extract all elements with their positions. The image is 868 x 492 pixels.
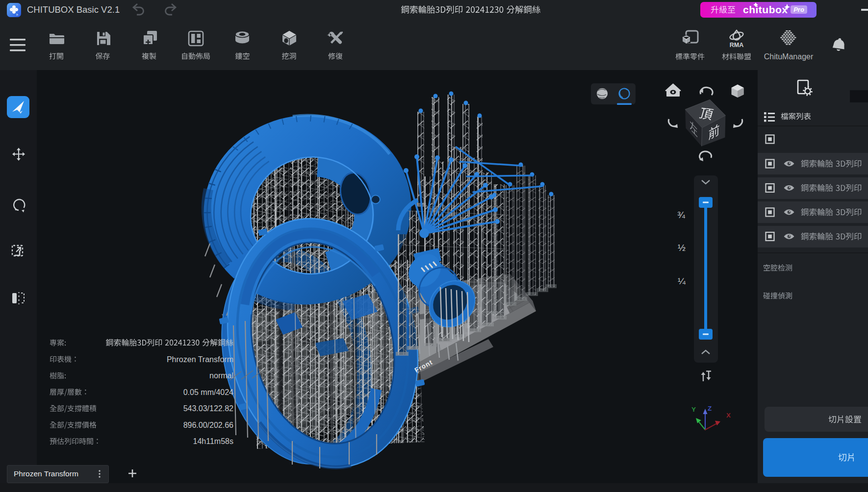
svg-text:Phrozen Transform: Phrozen Transform — [167, 355, 233, 364]
svg-text:ChituManager: ChituManager — [764, 52, 814, 61]
svg-text:¼: ¼ — [678, 276, 686, 286]
svg-text:½: ½ — [678, 243, 686, 253]
svg-text:normal: normal — [209, 371, 233, 380]
svg-text:896.00/202.66: 896.00/202.66 — [183, 421, 233, 429]
svg-text:543.03/122.82: 543.03/122.82 — [183, 404, 233, 413]
svg-text:RMA: RMA — [730, 42, 743, 49]
svg-text:X: X — [726, 412, 731, 419]
svg-text:chitubox: chitubox — [743, 4, 788, 15]
svg-text:14h11m58s: 14h11m58s — [193, 437, 233, 445]
svg-text:¾: ¾ — [677, 210, 686, 220]
svg-text:Phrozen Transform: Phrozen Transform — [14, 469, 78, 478]
svg-text:Pro: Pro — [793, 6, 804, 13]
svg-text:0.05 mm/4024: 0.05 mm/4024 — [183, 388, 233, 396]
svg-text:Y: Y — [691, 406, 696, 413]
svg-text:Z: Z — [708, 405, 712, 412]
svg-text:CHITUBOX Basic V2.1: CHITUBOX Basic V2.1 — [27, 4, 120, 15]
